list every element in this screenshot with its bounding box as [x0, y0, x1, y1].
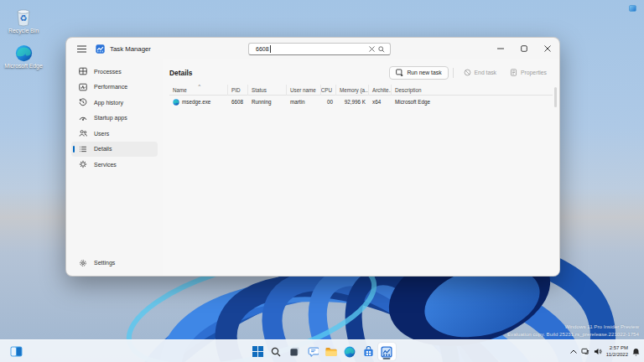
cell-memory: 92,996 K: [336, 96, 369, 108]
desktop-icon-microsoft-edge[interactable]: Microsoft Edge: [3, 44, 44, 70]
sidebar-item-label: Settings: [94, 260, 115, 266]
taskbar-icons: [0, 343, 644, 360]
cell-cpu: 00: [321, 96, 336, 108]
sidebar-item-startup-apps[interactable]: Startup apps: [71, 111, 158, 127]
processes-icon: [79, 67, 87, 75]
table-row[interactable]: msedge.exe 6608 Running martin 00 92,996…: [169, 96, 553, 108]
sidebar-item-app-history[interactable]: App history: [71, 95, 158, 111]
gear-icon: [79, 259, 87, 267]
app-history-icon: [79, 98, 87, 106]
desktop-icon-label: Microsoft Edge: [3, 63, 44, 70]
run-new-task-label: Run new task: [407, 70, 441, 75]
titlebar[interactable]: Task Manager 6608: [66, 38, 559, 59]
volume-icon[interactable]: [594, 348, 602, 355]
window-controls: [489, 38, 559, 59]
sidebar-item-label: Startup apps: [94, 115, 127, 121]
services-icon: [79, 160, 87, 168]
taskbar: 2:57 PM 11/2/2022: [0, 339, 644, 362]
details-table: Name PID Status User name CPU Memory (a.…: [169, 85, 553, 108]
task-manager-app-icon: [96, 44, 105, 54]
recycle-bin-icon: ♻: [3, 7, 44, 27]
sidebar-item-details[interactable]: Details: [71, 142, 158, 158]
build-watermark: Windows 11 Pro Insider Preview Evaluatio…: [507, 323, 639, 338]
clear-search-icon[interactable]: [367, 44, 377, 54]
chat-button[interactable]: [304, 343, 322, 360]
end-task-label: End task: [475, 70, 496, 75]
edge-icon: [344, 346, 356, 358]
minimize-button[interactable]: [489, 38, 512, 59]
sidebar-item-label: Users: [94, 131, 109, 137]
sidebar-item-processes[interactable]: Processes: [71, 64, 158, 80]
end-task-icon: [464, 69, 471, 76]
toolbar-separator: [453, 68, 454, 78]
corner-widget-icon: [629, 5, 636, 12]
column-header-name[interactable]: Name: [169, 85, 228, 96]
cell-pid: 6608: [228, 96, 248, 108]
search-icon[interactable]: [377, 44, 386, 54]
maximize-button[interactable]: [512, 38, 536, 59]
column-header-memory[interactable]: Memory (a...: [336, 85, 369, 96]
details-icon: [79, 145, 87, 153]
end-task-button[interactable]: End task: [458, 67, 502, 79]
clock[interactable]: 2:57 PM 11/2/2022: [606, 345, 628, 358]
column-header-architecture[interactable]: Archite...: [369, 85, 392, 96]
column-header-cpu[interactable]: CPU: [321, 85, 336, 96]
sidebar-item-performance[interactable]: Performance: [71, 80, 158, 96]
sidebar-item-settings[interactable]: Settings: [71, 256, 158, 272]
run-new-task-button[interactable]: Run new task: [389, 66, 448, 80]
task-manager-icon: [381, 346, 392, 358]
scrollbar-thumb[interactable]: [554, 87, 557, 107]
column-header-user-name[interactable]: User name: [287, 85, 321, 96]
taskbar-search-button[interactable]: [267, 343, 285, 360]
sidebar-item-label: Services: [94, 162, 117, 168]
microsoft-store-button[interactable]: [360, 343, 377, 360]
svg-text:♻: ♻: [20, 13, 28, 23]
sidebar-item-services[interactable]: Services: [71, 157, 158, 173]
task-view-button[interactable]: [286, 343, 304, 360]
start-button[interactable]: [249, 343, 267, 360]
task-manager-button[interactable]: [378, 343, 396, 360]
search-icon: [271, 347, 281, 357]
cell-description: Microsoft Edge: [392, 96, 553, 108]
edge-icon: [173, 99, 179, 106]
cell-name: msedge.exe: [182, 99, 210, 105]
windows-start-icon: [252, 346, 263, 357]
desktop: ♻ Recycle Bin Microsoft Edge: [0, 0, 644, 362]
cell-status: Running: [248, 96, 287, 108]
notification-bell-icon[interactable]: [632, 348, 640, 356]
file-explorer-icon: [325, 347, 337, 357]
window-title: Task Manager: [110, 45, 151, 53]
microsoft-store-icon: [363, 346, 374, 357]
properties-button[interactable]: Properties: [504, 67, 553, 79]
watermark-line2: Evaluation copy. Build 25231.rs_prerelea…: [507, 331, 639, 338]
desktop-icon-recycle-bin[interactable]: ♻ Recycle Bin: [3, 7, 44, 34]
table-header-row: Name PID Status User name CPU Memory (a.…: [169, 85, 553, 96]
run-new-task-icon: [396, 69, 403, 76]
details-pane: Details Run new task End task: [163, 59, 559, 276]
pane-toolbar: Details Run new task End task: [169, 64, 553, 81]
startup-apps-icon: [79, 114, 87, 122]
edge-button[interactable]: [341, 343, 359, 360]
cell-architecture: x64: [369, 96, 392, 108]
tray-chevron-up-icon[interactable]: [570, 349, 577, 354]
file-explorer-button[interactable]: [323, 343, 340, 360]
edge-icon: [3, 44, 44, 62]
cell-user-name: martin: [287, 96, 321, 108]
column-header-pid[interactable]: PID: [228, 85, 248, 96]
chat-icon: [308, 346, 319, 357]
network-icon[interactable]: [581, 348, 589, 355]
desktop-icon-label: Recycle Bin: [3, 28, 44, 34]
desktop-icon-list: ♻ Recycle Bin Microsoft Edge: [3, 7, 44, 70]
sidebar-item-label: Performance: [94, 84, 127, 90]
column-header-description[interactable]: Description: [392, 85, 553, 96]
properties-icon: [510, 69, 517, 76]
performance-icon: [79, 83, 87, 91]
properties-label: Properties: [521, 70, 547, 75]
column-header-status[interactable]: Status: [248, 85, 287, 96]
close-button[interactable]: [536, 38, 559, 59]
system-tray: 2:57 PM 11/2/2022: [570, 340, 640, 362]
hamburger-menu-icon[interactable]: [74, 41, 89, 56]
search-input[interactable]: 6608: [248, 43, 391, 55]
sidebar-item-users[interactable]: Users: [71, 126, 158, 142]
sidebar: Processes Performance App history Startu…: [66, 59, 163, 276]
